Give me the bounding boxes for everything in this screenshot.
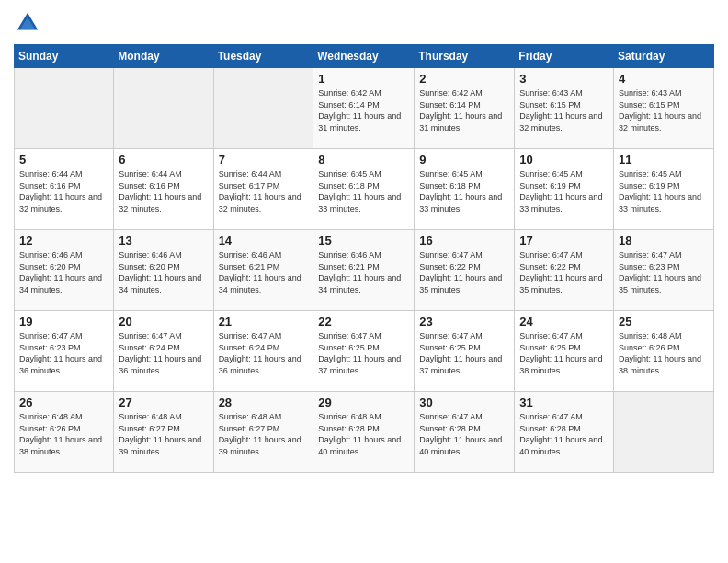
calendar-cell: 22Sunrise: 6:47 AM Sunset: 6:25 PM Dayli… <box>313 311 415 392</box>
day-info: Sunrise: 6:44 AM Sunset: 6:16 PM Dayligh… <box>19 168 108 214</box>
day-info: Sunrise: 6:48 AM Sunset: 6:26 PM Dayligh… <box>19 411 108 457</box>
calendar-header: SundayMondayTuesdayWednesdayThursdayFrid… <box>15 45 714 68</box>
day-info: Sunrise: 6:48 AM Sunset: 6:28 PM Dayligh… <box>318 411 409 457</box>
day-number: 19 <box>19 315 108 328</box>
day-number: 25 <box>619 315 709 328</box>
day-number: 5 <box>19 153 108 167</box>
calendar-cell: 8Sunrise: 6:45 AM Sunset: 6:18 PM Daylig… <box>313 149 415 230</box>
calendar-cell: 7Sunrise: 6:44 AM Sunset: 6:17 PM Daylig… <box>213 149 313 230</box>
day-info: Sunrise: 6:47 AM Sunset: 6:24 PM Dayligh… <box>119 330 208 376</box>
calendar-cell: 5Sunrise: 6:44 AM Sunset: 6:16 PM Daylig… <box>15 149 114 230</box>
day-number: 13 <box>119 234 208 247</box>
day-number: 12 <box>19 234 108 247</box>
calendar-cell: 1Sunrise: 6:42 AM Sunset: 6:14 PM Daylig… <box>313 68 415 149</box>
calendar-cell: 3Sunrise: 6:43 AM Sunset: 6:15 PM Daylig… <box>515 68 614 149</box>
weekday-header: Wednesday <box>313 45 415 68</box>
calendar-cell: 21Sunrise: 6:47 AM Sunset: 6:24 PM Dayli… <box>213 311 313 392</box>
day-number: 28 <box>219 396 309 409</box>
day-info: Sunrise: 6:47 AM Sunset: 6:22 PM Dayligh… <box>419 249 509 295</box>
weekday-header: Friday <box>515 45 614 68</box>
weekday-header-row: SundayMondayTuesdayWednesdayThursdayFrid… <box>15 45 714 68</box>
calendar-cell: 25Sunrise: 6:48 AM Sunset: 6:26 PM Dayli… <box>614 311 714 392</box>
calendar-cell: 10Sunrise: 6:45 AM Sunset: 6:19 PM Dayli… <box>515 149 614 230</box>
day-info: Sunrise: 6:46 AM Sunset: 6:20 PM Dayligh… <box>19 249 108 295</box>
calendar-cell: 28Sunrise: 6:48 AM Sunset: 6:27 PM Dayli… <box>213 392 313 473</box>
calendar-cell: 17Sunrise: 6:47 AM Sunset: 6:22 PM Dayli… <box>515 230 614 311</box>
day-number: 17 <box>519 234 609 247</box>
calendar-cell: 19Sunrise: 6:47 AM Sunset: 6:23 PM Dayli… <box>15 311 114 392</box>
day-info: Sunrise: 6:42 AM Sunset: 6:14 PM Dayligh… <box>419 87 509 133</box>
weekday-header: Monday <box>114 45 213 68</box>
day-number: 21 <box>219 315 309 328</box>
calendar-cell: 18Sunrise: 6:47 AM Sunset: 6:23 PM Dayli… <box>614 230 714 311</box>
day-number: 23 <box>419 315 509 328</box>
day-info: Sunrise: 6:48 AM Sunset: 6:27 PM Dayligh… <box>219 411 309 457</box>
calendar-cell: 20Sunrise: 6:47 AM Sunset: 6:24 PM Dayli… <box>114 311 213 392</box>
calendar-cell: 12Sunrise: 6:46 AM Sunset: 6:20 PM Dayli… <box>15 230 114 311</box>
day-info: Sunrise: 6:47 AM Sunset: 6:23 PM Dayligh… <box>19 330 108 376</box>
calendar-cell: 4Sunrise: 6:43 AM Sunset: 6:15 PM Daylig… <box>614 68 714 149</box>
day-info: Sunrise: 6:48 AM Sunset: 6:26 PM Dayligh… <box>619 330 709 376</box>
calendar-cell: 24Sunrise: 6:47 AM Sunset: 6:25 PM Dayli… <box>515 311 614 392</box>
day-number: 9 <box>419 153 509 167</box>
day-number: 26 <box>19 396 108 409</box>
day-info: Sunrise: 6:47 AM Sunset: 6:24 PM Dayligh… <box>219 330 309 376</box>
logo-icon <box>14 9 41 37</box>
day-number: 3 <box>519 72 609 86</box>
day-number: 1 <box>318 72 409 86</box>
page-header <box>14 9 714 37</box>
calendar-cell: 30Sunrise: 6:47 AM Sunset: 6:28 PM Dayli… <box>415 392 515 473</box>
logo <box>14 9 45 37</box>
calendar-cell: 13Sunrise: 6:46 AM Sunset: 6:20 PM Dayli… <box>114 230 213 311</box>
day-number: 31 <box>519 396 609 409</box>
day-number: 6 <box>119 153 208 167</box>
calendar-cell: 14Sunrise: 6:46 AM Sunset: 6:21 PM Dayli… <box>213 230 313 311</box>
day-info: Sunrise: 6:47 AM Sunset: 6:28 PM Dayligh… <box>419 411 509 457</box>
weekday-header: Saturday <box>614 45 714 68</box>
day-number: 24 <box>519 315 609 328</box>
calendar-cell <box>114 68 213 149</box>
day-info: Sunrise: 6:42 AM Sunset: 6:14 PM Dayligh… <box>318 87 409 133</box>
calendar-cell: 6Sunrise: 6:44 AM Sunset: 6:16 PM Daylig… <box>114 149 213 230</box>
day-info: Sunrise: 6:45 AM Sunset: 6:19 PM Dayligh… <box>519 168 609 214</box>
day-info: Sunrise: 6:47 AM Sunset: 6:28 PM Dayligh… <box>519 411 609 457</box>
day-number: 15 <box>318 234 409 247</box>
calendar-cell <box>15 68 114 149</box>
calendar-cell: 23Sunrise: 6:47 AM Sunset: 6:25 PM Dayli… <box>415 311 515 392</box>
calendar-cell: 9Sunrise: 6:45 AM Sunset: 6:18 PM Daylig… <box>415 149 515 230</box>
day-number: 8 <box>318 153 409 167</box>
day-info: Sunrise: 6:47 AM Sunset: 6:22 PM Dayligh… <box>519 249 609 295</box>
page-container: SundayMondayTuesdayWednesdayThursdayFrid… <box>0 0 728 482</box>
day-info: Sunrise: 6:48 AM Sunset: 6:27 PM Dayligh… <box>119 411 208 457</box>
day-info: Sunrise: 6:47 AM Sunset: 6:23 PM Dayligh… <box>619 249 709 295</box>
calendar-week-row: 1Sunrise: 6:42 AM Sunset: 6:14 PM Daylig… <box>15 68 714 149</box>
calendar-week-row: 5Sunrise: 6:44 AM Sunset: 6:16 PM Daylig… <box>15 149 714 230</box>
calendar-cell: 26Sunrise: 6:48 AM Sunset: 6:26 PM Dayli… <box>15 392 114 473</box>
day-number: 27 <box>119 396 208 409</box>
calendar-week-row: 26Sunrise: 6:48 AM Sunset: 6:26 PM Dayli… <box>15 392 714 473</box>
day-info: Sunrise: 6:46 AM Sunset: 6:21 PM Dayligh… <box>219 249 309 295</box>
calendar-cell: 15Sunrise: 6:46 AM Sunset: 6:21 PM Dayli… <box>313 230 415 311</box>
calendar-cell: 2Sunrise: 6:42 AM Sunset: 6:14 PM Daylig… <box>415 68 515 149</box>
day-number: 14 <box>219 234 309 247</box>
day-info: Sunrise: 6:46 AM Sunset: 6:20 PM Dayligh… <box>119 249 208 295</box>
day-number: 11 <box>619 153 709 167</box>
calendar-table: SundayMondayTuesdayWednesdayThursdayFrid… <box>14 44 714 473</box>
day-number: 20 <box>119 315 208 328</box>
weekday-header: Thursday <box>415 45 515 68</box>
calendar-cell: 16Sunrise: 6:47 AM Sunset: 6:22 PM Dayli… <box>415 230 515 311</box>
calendar-week-row: 19Sunrise: 6:47 AM Sunset: 6:23 PM Dayli… <box>15 311 714 392</box>
calendar-cell <box>614 392 714 473</box>
calendar-cell: 29Sunrise: 6:48 AM Sunset: 6:28 PM Dayli… <box>313 392 415 473</box>
day-number: 30 <box>419 396 509 409</box>
day-info: Sunrise: 6:44 AM Sunset: 6:16 PM Dayligh… <box>119 168 208 214</box>
calendar-cell: 11Sunrise: 6:45 AM Sunset: 6:19 PM Dayli… <box>614 149 714 230</box>
weekday-header: Tuesday <box>213 45 313 68</box>
calendar-cell <box>213 68 313 149</box>
day-number: 7 <box>219 153 309 167</box>
day-info: Sunrise: 6:45 AM Sunset: 6:18 PM Dayligh… <box>318 168 409 214</box>
calendar-body: 1Sunrise: 6:42 AM Sunset: 6:14 PM Daylig… <box>15 68 714 473</box>
day-info: Sunrise: 6:47 AM Sunset: 6:25 PM Dayligh… <box>318 330 409 376</box>
weekday-header: Sunday <box>15 45 114 68</box>
day-number: 4 <box>619 72 709 86</box>
